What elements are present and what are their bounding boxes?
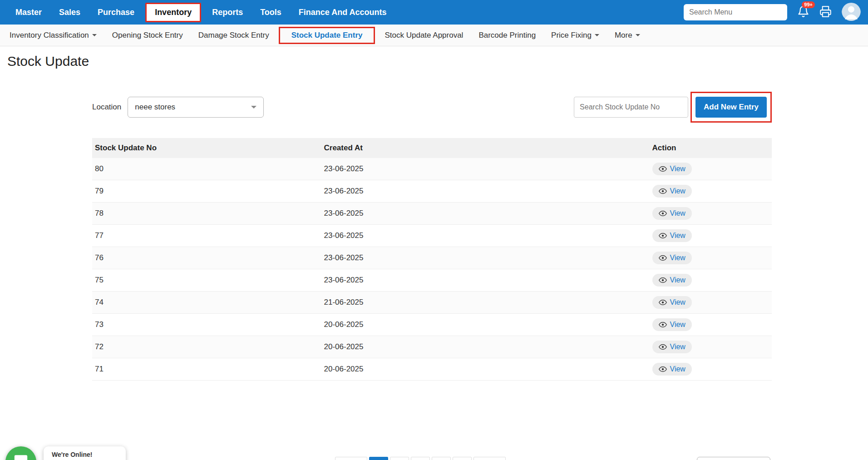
stock-update-no-cell: 74 xyxy=(92,292,321,314)
eye-icon xyxy=(659,187,667,195)
subnav-item-barcode-printing[interactable]: Barcode Printing xyxy=(473,27,542,44)
table-row: 72 20-06-2025 View xyxy=(92,336,772,358)
view-button[interactable]: View xyxy=(652,363,692,376)
subnav-item-label: Damage Stock Entry xyxy=(198,31,269,40)
page-button-5[interactable]: 5 xyxy=(453,457,472,460)
stock-update-search-input[interactable] xyxy=(574,97,688,118)
subnav-item-opening-stock-entry[interactable]: Opening Stock Entry xyxy=(106,27,189,44)
action-cell: View xyxy=(650,247,772,269)
stock-update-no-cell: 76 xyxy=(92,247,321,269)
chevron-down-icon xyxy=(595,34,599,36)
pagination-pages: 12345 xyxy=(369,457,472,460)
per-page-wrap: 10 per page xyxy=(697,457,770,460)
eye-icon xyxy=(659,232,667,240)
menu-search-input[interactable] xyxy=(684,4,787,20)
nav-item-tools[interactable]: Tools xyxy=(254,4,288,21)
location-selected-value: neee stores xyxy=(135,103,175,112)
eye-icon xyxy=(659,343,667,351)
chat-status-card[interactable]: We're Online! How may I help you today? xyxy=(44,446,126,460)
table-row: 77 23-06-2025 View xyxy=(92,225,772,247)
chat-launcher-button[interactable] xyxy=(5,446,36,460)
print-button[interactable] xyxy=(819,5,832,20)
table-row: 76 23-06-2025 View xyxy=(92,247,772,269)
subnav-item-label: Barcode Printing xyxy=(478,31,536,40)
created-at-cell: 23-06-2025 xyxy=(321,225,649,247)
view-button[interactable]: View xyxy=(652,207,692,220)
created-at-cell: 20-06-2025 xyxy=(321,336,649,358)
user-avatar-icon xyxy=(842,3,861,22)
view-button[interactable]: View xyxy=(652,318,692,331)
notifications-button[interactable]: 99+ xyxy=(797,5,809,20)
table-row: 74 21-06-2025 View xyxy=(92,292,772,314)
table-row: 73 20-06-2025 View xyxy=(92,314,772,336)
stock-update-no-cell: 77 xyxy=(92,225,321,247)
nav-item-master[interactable]: Master xyxy=(9,4,48,21)
chevron-down-icon xyxy=(251,106,256,109)
location-group: Location neee stores xyxy=(92,97,264,118)
page-button-2[interactable]: 2 xyxy=(390,457,409,460)
action-cell: View xyxy=(650,158,772,180)
stock-update-no-cell: 80 xyxy=(92,158,321,180)
subnav-item-damage-stock-entry[interactable]: Damage Stock Entry xyxy=(192,27,275,44)
header-stock-update-no: Stock Update No xyxy=(92,138,321,158)
view-button-label: View xyxy=(670,187,686,195)
eye-icon xyxy=(659,209,667,218)
eye-icon xyxy=(659,276,667,284)
nav-item-reports[interactable]: Reports xyxy=(206,4,249,21)
created-at-cell: 23-06-2025 xyxy=(321,269,649,292)
page-title: Stock Update xyxy=(7,54,868,69)
main-content: Stock Update Location neee stores Add Ne… xyxy=(0,54,868,460)
nav-item-purchase[interactable]: Purchase xyxy=(91,4,141,21)
subnav-item-price-fixing[interactable]: Price Fixing xyxy=(545,27,605,44)
right-controls: Add New Entry xyxy=(574,92,772,123)
nav-item-inventory[interactable]: Inventory xyxy=(145,3,201,22)
pagination: Prev 12345 Next xyxy=(335,457,506,460)
action-cell: View xyxy=(650,180,772,203)
subnav-item-label: Price Fixing xyxy=(551,31,592,40)
chat-widget: We're Online! How may I help you today? xyxy=(5,446,126,460)
subnav-item-stock-update-approval[interactable]: Stock Update Approval xyxy=(379,27,469,44)
page-button-3[interactable]: 3 xyxy=(411,457,430,460)
view-button-label: View xyxy=(670,254,686,262)
eye-icon xyxy=(659,298,667,307)
view-button[interactable]: View xyxy=(652,252,692,264)
subnav-item-label: Stock Update Approval xyxy=(385,31,463,40)
stock-update-no-cell: 79 xyxy=(92,180,321,203)
view-button[interactable]: View xyxy=(652,274,692,287)
prev-page-button[interactable]: Prev xyxy=(335,457,367,460)
chevron-down-icon xyxy=(636,34,640,36)
created-at-cell: 23-06-2025 xyxy=(321,247,649,269)
subnav-item-label: Inventory Classification xyxy=(10,31,89,40)
page-button-4[interactable]: 4 xyxy=(432,457,451,460)
subnav-item-stock-update-entry[interactable]: Stock Update Entry xyxy=(279,27,375,44)
eye-icon xyxy=(659,165,667,173)
action-cell: View xyxy=(650,292,772,314)
location-select[interactable]: neee stores xyxy=(128,97,264,118)
per-page-select[interactable]: 10 per page xyxy=(697,457,770,460)
view-button[interactable]: View xyxy=(652,229,692,242)
action-cell: View xyxy=(650,269,772,292)
stock-update-no-cell: 73 xyxy=(92,314,321,336)
view-button[interactable]: View xyxy=(652,296,692,309)
subnav-item-more[interactable]: More xyxy=(609,27,646,44)
subnav-item-label: Stock Update Entry xyxy=(291,31,363,40)
chat-bubble-icon xyxy=(13,453,29,460)
next-page-button[interactable]: Next xyxy=(473,457,506,460)
view-button-label: View xyxy=(670,343,686,351)
view-button[interactable]: View xyxy=(652,185,692,198)
subnav-item-inventory-classification[interactable]: Inventory Classification xyxy=(4,27,103,44)
stock-update-no-cell: 71 xyxy=(92,358,321,381)
annotation-highlight-box: Add New Entry xyxy=(690,92,772,123)
stock-update-no-cell: 78 xyxy=(92,203,321,225)
avatar[interactable] xyxy=(842,3,861,22)
view-button-label: View xyxy=(670,165,686,173)
nav-item-finance-and-accounts[interactable]: Finance And Accounts xyxy=(292,4,393,21)
view-button[interactable]: View xyxy=(652,163,692,175)
view-button[interactable]: View xyxy=(652,341,692,353)
nav-item-sales[interactable]: Sales xyxy=(53,4,87,21)
action-cell: View xyxy=(650,314,772,336)
add-new-entry-button[interactable]: Add New Entry xyxy=(695,97,767,118)
page-button-1[interactable]: 1 xyxy=(369,457,388,460)
chevron-down-icon xyxy=(92,34,97,36)
subnav-item-label: More xyxy=(615,31,632,40)
